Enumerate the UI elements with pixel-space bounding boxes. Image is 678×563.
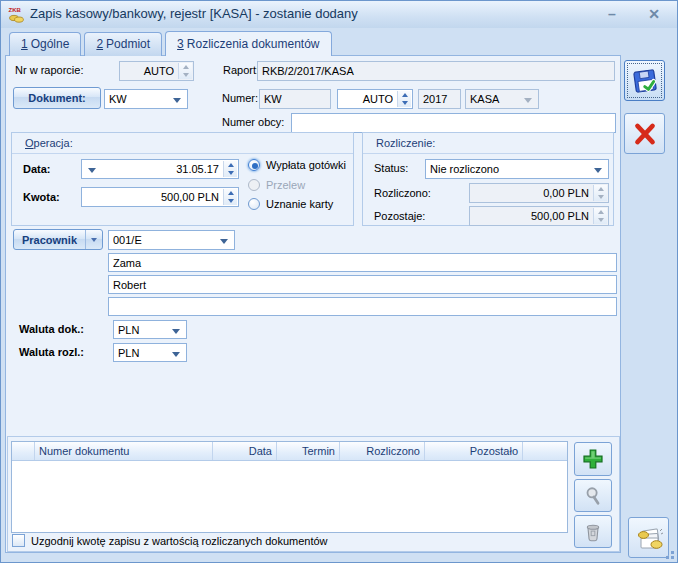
pracownik-name-line3-input[interactable] [108,297,617,316]
rozliczono-label: Rozliczono: [374,187,431,199]
title-bar[interactable]: ZKB Zapis kasowy/bankowy, rejestr [KASA]… [1,1,677,28]
spinner-arrows-icon[interactable] [397,91,411,107]
chevron-down-icon [524,98,532,103]
add-document-button[interactable] [574,442,612,476]
pozostaje-value: 500,00 PLN [474,207,589,225]
nr-w-raporcie-label: Nr w raporcie: [15,64,83,76]
numer-prefix-field[interactable]: KW [259,89,331,109]
resize-grip[interactable] [664,546,674,559]
status-value: Nie rozliczono [430,160,590,178]
numer-label: Numer: [222,92,258,104]
rozliczono-value: 0,00 PLN [474,184,589,202]
dokument-button[interactable]: Dokument: [13,87,101,109]
payments-button[interactable] [628,517,669,558]
tab-ogolne[interactable]: 1Ogólne [9,32,81,56]
column-header-pozostalo[interactable]: Pozostało [425,442,523,460]
rozliczenie-group-title: Rozliczenie: [363,133,613,154]
spinner-arrows-icon[interactable] [178,63,192,79]
chevron-down-icon [172,329,180,334]
save-button[interactable] [624,60,665,101]
operacja-title-rest: peracja: [34,137,73,149]
tab-number: 2 [96,37,103,51]
operacja-title-accel: O [25,137,34,149]
uzgodnij-checkbox[interactable] [12,534,25,547]
kwota-value: 500,00 PLN [86,188,219,206]
rozliczenie-group: Rozliczenie: Status: Nie rozliczono Rozl… [362,132,614,226]
status-label: Status: [374,162,408,174]
trash-icon [582,521,604,543]
kwota-spinner[interactable]: 500,00 PLN [81,187,239,207]
radio-wyplata-gotowki[interactable]: Wypłata gotówki [248,158,346,172]
pracownik-name-line2: Robert [113,276,612,294]
dokument-type-combobox[interactable]: KW [104,89,188,109]
dokument-button-label: Dokument: [14,88,100,108]
pozostaje-label: Pozostaje: [374,210,425,222]
nr-w-raporcie-spinner[interactable]: AUTO [119,61,194,81]
numer-obcy-input[interactable] [291,113,616,133]
numer-prefix-value: KW [264,90,326,108]
waluta-dok-combobox[interactable]: PLN [113,320,187,339]
column-header-data[interactable]: Data [213,442,277,460]
waluta-dok-label: Waluta dok.: [19,323,84,335]
waluta-rozl-label: Waluta rozl.: [19,346,84,358]
column-header-termin[interactable]: Termin [277,442,340,460]
tab-label: Rozliczenia dokumentów [187,37,320,51]
radio-label: Uznanie karty [266,198,333,210]
pracownik-dropdown-icon[interactable] [85,230,102,249]
dokument-type-value: KW [109,90,169,108]
documents-table[interactable]: Numer dokumentu Data Termin Rozliczono P… [11,441,568,533]
raport-field[interactable]: RKB/2/2017/KASA [257,61,615,81]
chevron-down-icon [594,168,602,173]
tab-rozliczenia-dokumentow[interactable]: 3Rozliczenia dokumentów [165,31,331,56]
kwota-label: Kwota: [23,191,60,203]
floppy-disk-with-check-icon [629,65,661,97]
raport-value: RKB/2/2017/KASA [262,62,610,80]
waluta-rozl-combobox[interactable]: PLN [113,343,187,362]
operacja-group: Operacja: Data: 31.05.17 Kwota: 500,00 P… [11,132,354,226]
column-header-numer-dokumentu[interactable]: Numer dokumentu [35,442,213,460]
spinner-arrows-icon [593,185,607,201]
column-header-trailing[interactable] [523,442,567,460]
numer-register-value: KASA [470,90,520,108]
radio-label: Wypłata gotówki [266,159,346,171]
chevron-down-icon [173,98,181,103]
search-document-button[interactable] [574,479,612,512]
numer-auto-spinner[interactable]: AUTO [337,89,413,109]
pracownik-name-line1-input[interactable]: Zama [108,253,617,272]
pozostaje-spinner[interactable]: 500,00 PLN [469,206,609,226]
data-date-picker[interactable]: 31.05.17 [81,159,239,179]
radio-disabled-icon [248,179,260,191]
spinner-arrows-icon[interactable] [223,189,237,205]
calendar-dropdown-icon[interactable] [88,168,96,173]
rozliczono-spinner[interactable]: 0,00 PLN [469,183,609,203]
spinner-arrows-icon[interactable] [223,161,237,177]
minimize-button[interactable]: – [601,3,623,25]
delete-document-button[interactable] [574,515,612,548]
tab-podmiot[interactable]: 2Podmiot [84,32,162,56]
numer-register-combobox[interactable]: KASA [465,89,539,109]
radio-uznanie-karty[interactable]: Uznanie karty [248,197,333,211]
waluta-dok-value: PLN [118,321,168,339]
pracownik-name-line2-input[interactable]: Robert [108,275,617,294]
numer-year-field[interactable]: 2017 [418,89,461,109]
status-combobox[interactable]: Nie rozliczono [425,159,609,179]
pracownik-code-value: 001/E [113,231,216,249]
tab-page-rozliczenia: Nr w raporcie: AUTO Raport: RKB/2/2017/K… [5,55,621,553]
documents-table-body-empty[interactable] [12,461,567,532]
window-title: Zapis kasowy/bankowy, rejestr [KASA] - z… [30,1,358,27]
tab-number: 1 [21,37,28,51]
column-header-empty[interactable] [12,442,35,460]
documents-with-coins-icon [634,523,664,553]
radio-unselected-icon [248,198,260,210]
documents-table-header[interactable]: Numer dokumentu Data Termin Rozliczono P… [12,442,567,461]
cancel-button[interactable] [624,113,665,154]
spinner-arrows-icon [593,208,607,224]
tab-label: Podmiot [106,37,150,51]
zkb-cash-record-icon: ZKB [8,6,25,23]
chevron-down-icon [220,239,228,244]
close-button[interactable]: ✕ [643,3,665,25]
column-header-rozliczono[interactable]: Rozliczono [340,442,425,460]
pracownik-button[interactable]: Pracownik [13,229,103,250]
pracownik-code-combobox[interactable]: 001/E [108,230,235,250]
data-value: 31.05.17 [99,160,219,178]
